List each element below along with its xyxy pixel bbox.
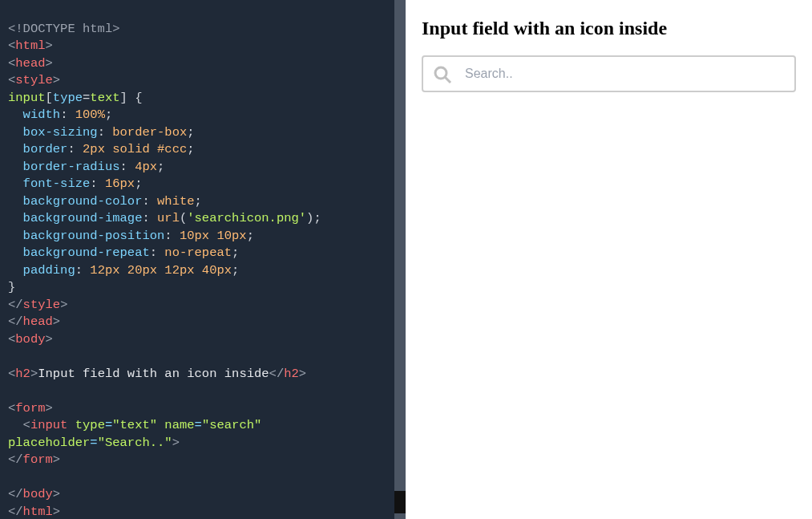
code-token: border-box	[112, 125, 187, 140]
code-token: ;	[187, 142, 194, 156]
code-token: border-radius	[8, 160, 120, 174]
code-token: ;	[313, 211, 321, 225]
code-editor-pane[interactable]: <!DOCTYPE html> <html> <head> <style> in…	[0, 0, 406, 519]
code-token: html	[23, 505, 53, 519]
code-token: form	[23, 452, 53, 467]
code-token: 12px 20px 12px 40px	[90, 263, 232, 278]
code-token: 2px solid #ccc	[83, 142, 187, 156]
code-token: body	[15, 332, 45, 347]
code-token: background-image	[8, 211, 142, 225]
code-token: <	[8, 418, 30, 432]
code-token: :	[120, 160, 135, 174]
preview-pane: Input field with an icon inside	[406, 0, 812, 519]
code-token: background-color	[8, 194, 142, 209]
code-token: ;	[232, 245, 239, 260]
code-token: style	[23, 298, 61, 312]
code-token: >	[53, 487, 60, 501]
scrollbar-track[interactable]	[394, 0, 406, 519]
code-token: =	[195, 418, 202, 432]
code-token: white	[157, 194, 195, 209]
code-token: no-repeat	[164, 245, 232, 260]
code-token: ;	[135, 176, 142, 191]
code-token: form	[15, 401, 45, 416]
code-token: =	[105, 418, 112, 432]
code-token: width	[8, 107, 60, 122]
code-token: <	[8, 73, 15, 87]
code-token: >	[60, 298, 67, 312]
code-token: </	[8, 298, 23, 312]
code-token: :	[164, 229, 180, 243]
code-token: h2	[15, 367, 30, 381]
code-token: type	[53, 91, 83, 105]
code-token: >	[46, 56, 53, 71]
code-token: ;	[187, 125, 194, 140]
code-token: >	[53, 505, 60, 519]
code-token: </	[8, 452, 23, 467]
code-token: "text"	[112, 418, 157, 432]
code-token: 16px	[105, 176, 135, 191]
code-token: >	[53, 452, 60, 467]
code-token: type	[67, 418, 105, 432]
code-token: =	[90, 436, 97, 450]
code-token: {	[127, 91, 143, 105]
code-token: html	[15, 39, 45, 53]
code-token: <!DOCTYPE html	[8, 22, 112, 36]
code-token: body	[23, 487, 53, 501]
code-token: ]	[120, 91, 127, 105]
code-token: 'searchicon.png'	[187, 211, 306, 225]
code-token: <	[8, 332, 15, 347]
code-token: (	[180, 211, 187, 225]
code-token: "Search.."	[98, 436, 172, 450]
code-token: >	[299, 367, 306, 381]
code-token: name	[157, 418, 195, 432]
code-token: ;	[195, 194, 202, 209]
scrollbar-thumb[interactable]	[394, 491, 406, 513]
code-token: <	[8, 401, 15, 416]
code-token: :	[75, 263, 91, 278]
code-token: >	[46, 401, 53, 416]
code-token: Input field with an icon inside	[38, 367, 269, 381]
code-token: >	[172, 436, 180, 450]
code-token: input	[8, 91, 46, 105]
code-token: ;	[105, 107, 112, 122]
code-token: box-sizing	[8, 125, 98, 140]
code-token: :	[150, 245, 165, 260]
code-token: </	[8, 505, 23, 519]
code-token: placeholder	[8, 436, 90, 450]
code-token: url	[157, 211, 180, 225]
search-input[interactable]	[422, 55, 796, 92]
code-token: :	[142, 211, 157, 225]
code-token: 4px	[135, 160, 157, 174]
code-token: :	[90, 176, 105, 191]
code-token: h2	[284, 367, 299, 381]
search-input-wrapper	[422, 55, 796, 92]
code-token: background-position	[8, 229, 164, 243]
code-token: padding	[8, 263, 75, 278]
code-token: style	[15, 73, 53, 87]
code-token: "search"	[202, 418, 261, 432]
code-token: 100%	[75, 107, 105, 122]
code-token: ;	[157, 160, 164, 174]
code-token: :	[142, 194, 157, 209]
code-token: >	[53, 314, 60, 329]
code-token: background-repeat	[8, 245, 150, 260]
code-token: >	[46, 39, 53, 53]
code-token: <	[8, 367, 15, 381]
code-token: :	[60, 107, 75, 122]
code-token: ;	[247, 229, 254, 243]
code-token: <	[8, 56, 15, 71]
code-token: >	[53, 73, 60, 87]
code-token: )	[306, 211, 313, 225]
code-token: [	[46, 91, 53, 105]
code-token: font-size	[8, 176, 90, 191]
search-form	[422, 55, 796, 92]
code-token: </	[269, 367, 285, 381]
code-token: 10px 10px	[180, 229, 247, 243]
code-token: head	[23, 314, 53, 329]
code-token: <	[8, 39, 15, 53]
code-token: >	[46, 332, 53, 347]
code-token: }	[8, 280, 15, 294]
code-token: head	[15, 56, 45, 71]
code-token: text	[90, 91, 119, 105]
code-token: :	[98, 125, 113, 140]
